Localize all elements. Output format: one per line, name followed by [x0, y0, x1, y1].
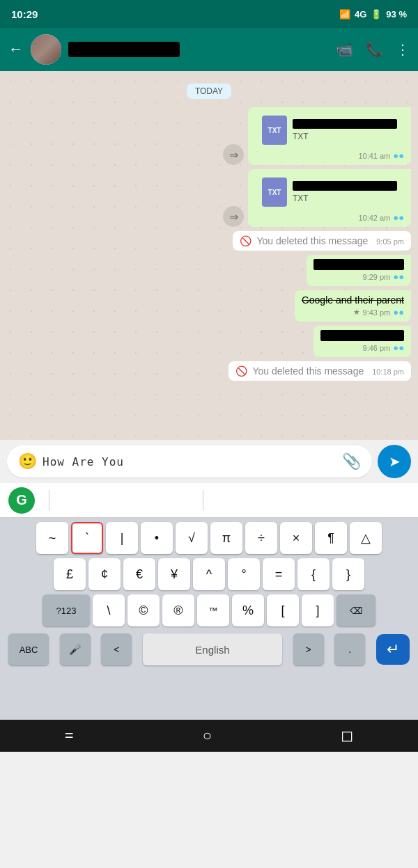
battery-icon: 🔋: [371, 9, 382, 19]
key-degree[interactable]: °: [228, 558, 260, 590]
nav-home-icon[interactable]: ○: [203, 727, 212, 745]
file-bubble: TXT TXT: [255, 173, 404, 211]
attach-icon[interactable]: 📎: [342, 452, 361, 471]
msg-time: 10:42 am: [358, 214, 390, 222]
key-sqrt[interactable]: √: [176, 522, 208, 554]
deleted-icon: 🚫: [240, 235, 251, 246]
msg-meta: ★ 9:43 pm ●●: [302, 307, 404, 317]
forward-icon-2[interactable]: ⇒: [223, 206, 244, 227]
key-pound[interactable]: £: [54, 558, 86, 590]
status-right: 📶 4G 🔋 93 %: [339, 9, 407, 19]
forward-icon-1[interactable]: ⇒: [223, 144, 244, 165]
signal-icon: 📶: [339, 9, 350, 19]
key-euro[interactable]: €: [123, 558, 155, 590]
key-pi[interactable]: π: [210, 522, 242, 554]
key-percent[interactable]: %: [232, 594, 264, 626]
key-lbracket[interactable]: [: [267, 594, 299, 626]
input-bar: 🙂 How Are You 📎 ➤: [0, 440, 418, 483]
key-pipe[interactable]: |: [106, 522, 138, 554]
backspace-key[interactable]: ⌫: [336, 594, 376, 626]
file-icon: TXT: [262, 116, 287, 145]
read-ticks: ●●: [393, 307, 404, 317]
key-multiply[interactable]: ×: [280, 522, 312, 554]
message-row: Google and their parent ★ 9:43 pm ●●: [7, 290, 411, 322]
msg-time: 9:05 pm: [376, 237, 404, 246]
key-less-than[interactable]: <: [101, 633, 132, 665]
deleted-icon: 🚫: [235, 365, 247, 377]
key-cent[interactable]: ¢: [88, 558, 121, 590]
contact-name[interactable]: [68, 42, 180, 57]
message-input-field[interactable]: 🙂 How Are You 📎: [7, 445, 372, 478]
file-name-redacted: [293, 119, 397, 129]
deleted-message-bubble: 🚫 You deleted this message 9:05 pm: [233, 231, 411, 251]
back-button[interactable]: ←: [8, 40, 24, 58]
msg-time: 9:43 pm: [363, 308, 391, 317]
key-trademark[interactable]: ™: [197, 594, 229, 626]
key-backslash[interactable]: \: [93, 594, 125, 626]
avatar[interactable]: [31, 34, 61, 65]
star-icon: ★: [353, 308, 360, 317]
redacted-content: [314, 259, 404, 270]
message-bubble[interactable]: TXT TXT 10:41 am ●●: [248, 107, 411, 165]
file-bubble: TXT TXT: [255, 111, 404, 149]
key-caret[interactable]: ^: [193, 558, 225, 590]
key-equals[interactable]: =: [263, 558, 295, 590]
file-name-redacted: [293, 181, 397, 191]
nav-menu-icon[interactable]: =: [65, 727, 74, 745]
read-ticks: ●●: [393, 150, 404, 161]
send-button[interactable]: ➤: [378, 445, 411, 478]
file-info: TXT: [293, 181, 397, 203]
message-row: ⇒ TXT TXT 10:42 am ●●: [7, 169, 411, 227]
keyboard-toolbar: G: [0, 483, 418, 518]
key-registered[interactable]: ®: [162, 594, 194, 626]
voice-call-icon[interactable]: 📞: [366, 41, 383, 58]
key-greater-than[interactable]: >: [293, 633, 324, 665]
file-icon: TXT: [262, 177, 287, 207]
top-bar-actions: 📹 📞 ⋮: [336, 41, 410, 58]
message-input-text[interactable]: How Are You: [42, 455, 336, 468]
status-bar: 10:29 📶 4G 🔋 93 %: [0, 0, 418, 28]
nav-bar: = ○ ◻: [0, 720, 418, 752]
network-type: 4G: [355, 9, 366, 19]
key-123[interactable]: ?123: [42, 594, 90, 626]
key-period[interactable]: .: [334, 633, 365, 665]
nav-back-icon[interactable]: ◻: [341, 727, 353, 745]
key-abc[interactable]: ABC: [8, 633, 49, 665]
key-tilde[interactable]: ~: [36, 522, 68, 554]
key-backtick[interactable]: `: [71, 522, 103, 554]
more-options-icon[interactable]: ⋮: [396, 41, 410, 58]
key-pilcrow[interactable]: ¶: [315, 522, 347, 554]
message-bubble[interactable]: TXT TXT 10:42 am ●●: [248, 169, 411, 227]
deleted-text: You deleted this message: [252, 365, 364, 377]
key-rbrace[interactable]: }: [332, 558, 364, 590]
date-badge: TODAY: [7, 84, 411, 99]
space-key[interactable]: English: [143, 633, 282, 665]
emoji-icon[interactable]: 🙂: [18, 452, 37, 471]
grammarly-button[interactable]: G: [8, 487, 35, 514]
key-divide[interactable]: ÷: [245, 522, 277, 554]
message-row: 🚫 You deleted this message 10:18 pm: [7, 361, 411, 381]
msg-meta: 10:41 am ●●: [255, 150, 404, 161]
msg-meta: 9:46 pm ●●: [320, 342, 404, 353]
message-bubble[interactable]: Google and their parent ★ 9:43 pm ●●: [295, 290, 411, 322]
key-copyright[interactable]: ©: [127, 594, 160, 626]
key-yen[interactable]: ¥: [158, 558, 190, 590]
key-lbrace[interactable]: {: [297, 558, 330, 590]
message-bubble[interactable]: 9:46 pm ●●: [314, 326, 411, 357]
message-bubble[interactable]: 9:29 pm ●●: [307, 255, 411, 286]
key-bullet[interactable]: •: [141, 522, 173, 554]
keyboard: G ~ ` | • √ π ÷ × ¶ △ £ ¢ € ¥ ^ ° = {: [0, 483, 418, 720]
key-row-1: ~ ` | • √ π ÷ × ¶ △: [3, 522, 415, 554]
msg-meta: 9:29 pm ●●: [314, 271, 404, 282]
read-ticks: ●●: [393, 271, 404, 282]
strikethrough-text: Google and their parent: [302, 294, 404, 306]
file-info: TXT: [293, 119, 397, 141]
key-delta[interactable]: △: [350, 522, 382, 554]
key-rbracket[interactable]: ]: [302, 594, 334, 626]
msg-time: 10:18 pm: [372, 368, 404, 376]
video-call-icon[interactable]: 📹: [336, 41, 353, 58]
divider: [49, 490, 49, 511]
read-ticks: ●●: [393, 342, 404, 353]
key-mic[interactable]: 🎤: [60, 633, 91, 665]
enter-key[interactable]: ↵: [376, 634, 410, 665]
